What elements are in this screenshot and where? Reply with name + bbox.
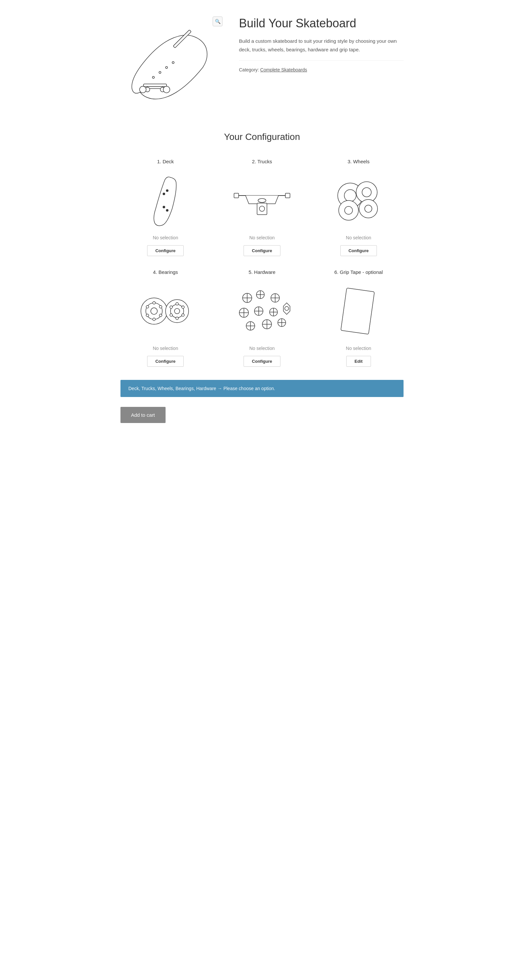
svg-point-45 xyxy=(170,314,173,317)
product-header: 🔍 xyxy=(121,13,403,112)
configure-button-hardware[interactable]: Configure xyxy=(244,356,280,367)
config-label-trucks: 2. Trucks xyxy=(252,159,272,164)
config-item-trucks: 2. Trucks No selection xyxy=(217,159,307,256)
config-item-wheels: 3. Wheels No selection Configure xyxy=(314,159,403,256)
config-image-trucks xyxy=(232,171,292,230)
config-image-hardware xyxy=(232,282,292,341)
no-selection-wheels: No selection xyxy=(346,235,371,240)
config-label-hardware: 5. Hardware xyxy=(249,269,275,275)
svg-point-5 xyxy=(140,86,146,93)
svg-point-9 xyxy=(165,67,168,68)
configure-button-bearings[interactable]: Configure xyxy=(147,356,184,367)
edit-button-grip-tape[interactable]: Edit xyxy=(346,356,371,367)
no-selection-bearings: No selection xyxy=(153,346,178,351)
config-item-hardware: 5. Hardware xyxy=(217,269,307,367)
svg-point-22 xyxy=(344,189,356,202)
svg-point-17 xyxy=(259,206,265,212)
svg-point-24 xyxy=(362,188,371,197)
svg-point-40 xyxy=(175,309,180,314)
product-title: Build Your Skateboard xyxy=(239,16,403,30)
svg-point-41 xyxy=(176,302,178,305)
svg-point-36 xyxy=(146,314,149,317)
svg-point-13 xyxy=(163,206,165,208)
config-image-wheels xyxy=(329,171,388,230)
category-link[interactable]: Complete Skateboards xyxy=(260,67,307,72)
config-image-grip-tape xyxy=(329,282,388,341)
svg-point-14 xyxy=(166,209,168,212)
svg-point-6 xyxy=(163,86,170,93)
configure-button-wheels[interactable]: Configure xyxy=(340,245,377,256)
config-label-bearings: 4. Bearings xyxy=(153,269,178,275)
config-label-grip-tape: 6. Grip Tape - optional xyxy=(334,269,383,275)
svg-point-26 xyxy=(345,207,353,214)
config-grid: 1. Deck No selection Configure 2. Trucks xyxy=(121,159,403,367)
zoom-icon[interactable]: 🔍 xyxy=(213,16,222,26)
configuration-section: Your Configuration 1. Deck No selection … xyxy=(121,132,403,367)
alert-bar: Deck, Trucks, Wheels, Bearings, Hardware… xyxy=(121,380,403,397)
product-info: Build Your Skateboard Build a custom ska… xyxy=(239,13,403,72)
alert-message: Deck, Trucks, Wheels, Bearings, Hardware… xyxy=(129,386,275,391)
svg-point-42 xyxy=(182,306,184,309)
config-label-deck: 1. Deck xyxy=(157,159,174,164)
configure-button-deck[interactable]: Configure xyxy=(147,245,184,256)
config-image-bearings xyxy=(136,282,195,341)
svg-point-11 xyxy=(163,193,165,195)
svg-rect-19 xyxy=(285,193,290,198)
svg-rect-18 xyxy=(234,193,239,198)
no-selection-hardware: No selection xyxy=(249,346,275,351)
svg-point-35 xyxy=(153,318,156,321)
product-main-image xyxy=(121,13,219,112)
product-image-wrapper: 🔍 xyxy=(121,13,226,112)
svg-point-7 xyxy=(152,76,154,78)
config-image-deck xyxy=(136,171,195,230)
svg-point-75 xyxy=(285,307,289,310)
svg-rect-0 xyxy=(143,84,167,87)
svg-point-43 xyxy=(182,314,184,317)
svg-rect-76 xyxy=(341,288,375,334)
svg-point-44 xyxy=(176,317,178,320)
config-item-grip-tape: 6. Grip Tape - optional No selection Edi… xyxy=(314,269,403,367)
svg-point-32 xyxy=(153,302,156,304)
no-selection-grip-tape: No selection xyxy=(346,346,371,351)
configure-button-trucks[interactable]: Configure xyxy=(244,245,280,256)
svg-point-28 xyxy=(365,205,372,212)
no-selection-deck: No selection xyxy=(153,235,178,240)
svg-point-20 xyxy=(258,199,266,202)
svg-point-10 xyxy=(172,62,174,64)
config-label-wheels: 3. Wheels xyxy=(348,159,370,164)
no-selection-trucks: No selection xyxy=(249,235,275,240)
svg-point-8 xyxy=(159,72,161,73)
product-description: Build a custom skateboard to suit your r… xyxy=(239,37,403,60)
svg-point-34 xyxy=(159,314,162,317)
svg-point-46 xyxy=(170,306,173,309)
configuration-title: Your Configuration xyxy=(121,132,403,142)
svg-point-37 xyxy=(146,305,149,308)
svg-point-33 xyxy=(159,305,162,308)
add-to-cart-button[interactable]: Add to cart xyxy=(121,407,165,423)
config-item-deck: 1. Deck No selection Configure xyxy=(121,159,210,256)
svg-point-12 xyxy=(166,189,168,192)
svg-point-31 xyxy=(151,308,157,314)
config-item-bearings: 4. Bearings xyxy=(121,269,210,367)
product-category: Category: Complete Skateboards xyxy=(239,67,403,72)
